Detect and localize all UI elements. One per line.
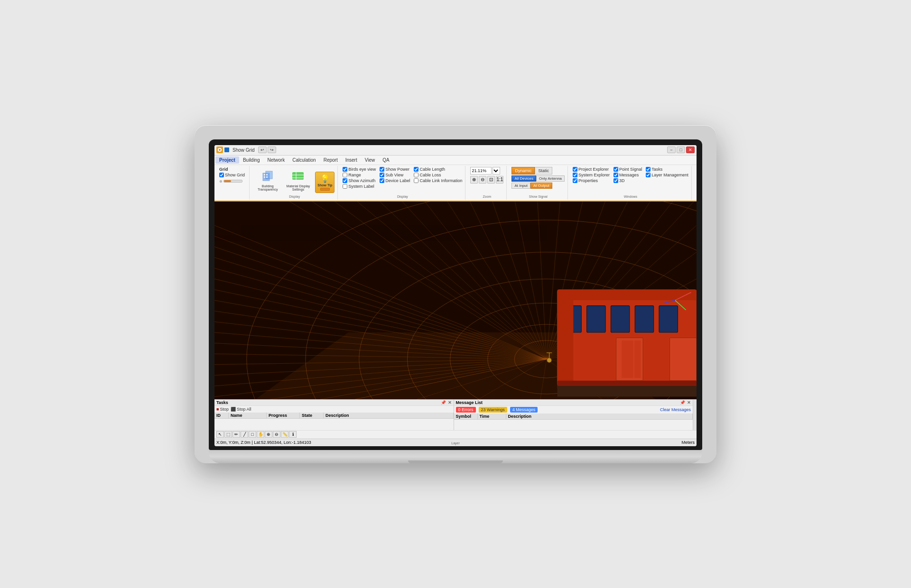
tasks-col-progress: Progress (267, 413, 300, 418)
point-signal-cb-row: Point Signal (614, 167, 642, 172)
tool-zoom-out[interactable]: ⊖ (273, 431, 280, 438)
project-explorer-cb-row: Project Explorer (573, 167, 610, 172)
device-label-checkbox[interactable] (380, 178, 384, 183)
messages-cb-row: Messages (614, 173, 642, 177)
app-icon (216, 147, 223, 153)
at-input-button[interactable]: At Input (511, 183, 530, 189)
signal-group-footer: Show Signal (509, 195, 567, 198)
tool-info[interactable]: ℹ (289, 431, 297, 438)
maximize-button[interactable]: □ (677, 147, 685, 153)
svg-rect-74 (587, 305, 606, 332)
show-tip-button[interactable]: 💡 Show Tip (315, 172, 335, 193)
show-azimuth-checkbox[interactable] (343, 178, 347, 183)
message-panel-header: Message List 📌 ✕ (454, 400, 693, 406)
building-icon (260, 168, 275, 184)
close-button[interactable]: ✕ (686, 147, 695, 153)
message-panel-title: Message List (456, 400, 483, 405)
tool-zoom-in[interactable]: ⊕ (265, 431, 272, 438)
project-explorer-checkbox[interactable] (573, 167, 577, 172)
stop-button[interactable]: ■ Stop (216, 407, 229, 412)
menu-item-insert[interactable]: Insert (342, 156, 361, 164)
svg-rect-8 (292, 172, 304, 180)
messages-badge[interactable]: 4 Messages (510, 407, 538, 413)
svg-rect-84 (557, 386, 697, 397)
zoom-in-button[interactable]: ⊕ (470, 176, 478, 184)
range-checkbox[interactable] (343, 173, 347, 177)
point-signal-checkbox[interactable] (614, 167, 618, 172)
zoom-out-button[interactable]: ⊖ (479, 176, 486, 184)
tasks-panel-header: Tasks 📌 ✕ (214, 400, 454, 406)
svg-rect-6 (264, 176, 265, 178)
tool-select[interactable]: ⬚ (224, 431, 232, 438)
system-explorer-label: System Explorer (578, 173, 610, 177)
cable-length-checkbox[interactable] (414, 167, 418, 172)
show-power-checkbox[interactable] (380, 167, 384, 172)
tool-pointer[interactable]: ↖ (216, 431, 224, 438)
tasks-close-icon[interactable]: ✕ (448, 400, 452, 405)
tasks-checkbox[interactable] (646, 167, 651, 172)
main-viewport[interactable] (214, 202, 697, 399)
system-label-checkbox[interactable] (343, 184, 347, 189)
range-cb-row: Range (343, 173, 376, 177)
zoom-input[interactable] (470, 167, 492, 175)
static-button[interactable]: Static (535, 167, 552, 175)
3d-checkbox[interactable] (614, 178, 618, 183)
undo-button[interactable]: ↩ (258, 147, 267, 153)
properties-checkbox[interactable] (573, 178, 577, 183)
all-devices-button[interactable]: All Devices (511, 175, 536, 182)
errors-badge[interactable]: 0 Errors (456, 407, 476, 413)
panel-scrollbar[interactable] (693, 400, 697, 430)
redo-button[interactable]: ↪ (268, 147, 276, 153)
stop-all-button[interactable]: ⬛ Stop All (231, 407, 251, 412)
menu-item-building[interactable]: Building (239, 156, 264, 164)
cable-link-info-checkbox[interactable] (414, 178, 418, 183)
menu-item-view[interactable]: View (361, 156, 379, 164)
warnings-badge[interactable]: 23 Warnings (479, 407, 507, 413)
menu-item-project[interactable]: Project (215, 156, 239, 164)
svg-rect-82 (557, 292, 573, 383)
title-bar: Show Grid ↩ ↪ − □ ✕ (214, 145, 697, 156)
zoom-select[interactable]: ▼ (493, 167, 500, 175)
tasks-col-description: Description (324, 413, 454, 418)
material-display-button[interactable]: Material DisplaySettings (283, 167, 314, 193)
tool-line[interactable]: ╱ (241, 431, 248, 438)
device-label-cb-row: Device Label (380, 178, 410, 183)
tool-measure[interactable]: 📏 (281, 431, 288, 438)
sub-view-checkbox[interactable] (380, 173, 384, 177)
svg-rect-4 (264, 174, 265, 175)
clear-messages-button[interactable]: Clear Messages (660, 407, 691, 412)
menu-item-report[interactable]: Report (320, 156, 342, 164)
building-transparency-button[interactable]: BuildingTransparency (254, 167, 281, 193)
range-label: Range (348, 173, 361, 177)
laptop-screen: Show Grid ↩ ↪ − □ ✕ Project B (214, 145, 697, 446)
tool-rect[interactable]: □ (249, 431, 256, 438)
cable-loss-checkbox[interactable] (414, 173, 418, 177)
menu-item-calculation[interactable]: Calculation (288, 156, 319, 164)
dynamic-button[interactable]: Dynamic (511, 167, 535, 175)
menu-item-qa[interactable]: QA (379, 156, 393, 164)
tool-pan[interactable]: ✋ (257, 431, 264, 438)
zoom-1-1-button[interactable]: 1:1 (496, 176, 503, 184)
svg-rect-76 (635, 305, 654, 332)
ribbon-signal-group: Dynamic Static All Devices Only Antenna … (509, 166, 568, 200)
layer-management-checkbox[interactable] (646, 173, 651, 177)
at-output-button[interactable]: At Output (530, 183, 552, 189)
properties-cb-row: Properties (573, 178, 610, 183)
minimize-button[interactable]: − (667, 147, 676, 153)
message-dock-icon[interactable]: 📌 (680, 400, 685, 405)
display-group-footer: Display (251, 195, 337, 198)
tool-draw[interactable]: ✏ (232, 431, 240, 438)
svg-rect-81 (670, 338, 697, 380)
menu-item-network[interactable]: Network (264, 156, 289, 164)
only-antenna-button[interactable]: Only Antenna (536, 175, 565, 182)
zoom-fit-button[interactable]: ⊡ (487, 176, 495, 184)
tasks-dock-icon[interactable]: 📌 (441, 400, 446, 405)
message-close-icon[interactable]: ✕ (687, 400, 691, 405)
system-explorer-checkbox[interactable] (573, 173, 577, 177)
show-grid-checkbox[interactable] (219, 173, 224, 177)
messages-checkbox[interactable] (614, 173, 618, 177)
birds-eye-checkbox[interactable] (343, 167, 347, 172)
app-window: Show Grid ↩ ↪ − □ ✕ Project B (214, 145, 697, 446)
windows-group-footer: Windows (570, 195, 691, 198)
birds-eye-label: Birds eye view (348, 167, 376, 172)
